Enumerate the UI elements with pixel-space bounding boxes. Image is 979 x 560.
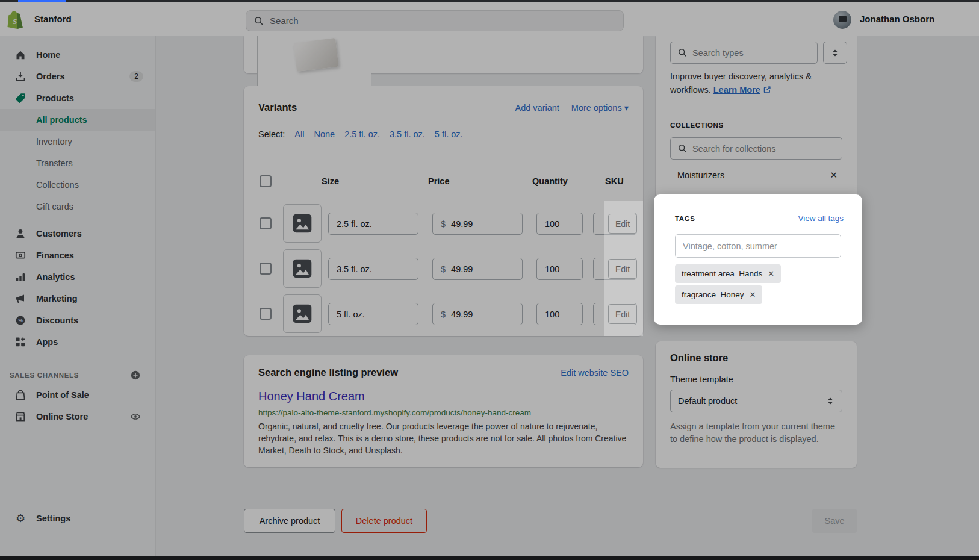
theme-template-description: Assign a template from your current them… <box>670 420 842 446</box>
save-button[interactable]: Save <box>812 509 857 533</box>
sidebar-item-marketing[interactable]: Marketing <box>0 288 155 310</box>
archive-product-button[interactable]: Archive product <box>244 509 335 533</box>
browser-bottom-edge <box>0 556 979 560</box>
top-bar: S Stanford Jonathan Osborn <box>0 2 979 36</box>
variants-card: Variants Add variant More options ▾ Sele… <box>244 86 643 336</box>
variant-size-field[interactable]: 5 fl. oz. <box>328 303 418 325</box>
tag-pill: fragrance_Honey ✕ <box>675 285 762 304</box>
variant-row: 2.5 fl. oz. $49.99 100 Edit <box>244 201 643 246</box>
preview-eye-icon[interactable] <box>130 411 141 422</box>
user-name[interactable]: Jonathan Osborn <box>860 14 934 24</box>
select-none-link[interactable]: None <box>314 129 335 139</box>
variant-quantity-field[interactable]: 100 <box>536 258 583 280</box>
select-label: Select: <box>258 129 285 139</box>
search-icon <box>253 16 264 26</box>
column-size: Size <box>322 176 339 186</box>
discounts-icon: % <box>14 314 26 326</box>
global-search[interactable] <box>246 10 624 31</box>
settings-gear-icon: ⚙ <box>14 512 26 524</box>
analytics-icon <box>14 271 26 283</box>
select-size-3-link[interactable]: 5 fl. oz. <box>435 129 463 139</box>
sidebar-item-all-products[interactable]: All products <box>0 109 155 131</box>
delete-product-button[interactable]: Delete product <box>341 509 427 533</box>
view-all-tags-link[interactable]: View all tags <box>798 214 844 223</box>
svg-text:S: S <box>13 17 17 26</box>
remove-tag-icon[interactable]: ✕ <box>750 290 756 299</box>
seo-page-title[interactable]: Honey Hand Cream <box>258 390 365 403</box>
sidebar-item-settings[interactable]: ⚙ Settings <box>0 508 155 529</box>
online-store-title: Online store <box>670 352 728 364</box>
collections-search[interactable] <box>670 137 842 160</box>
variant-row: 5 fl. oz. $49.99 100 Edit <box>244 291 643 336</box>
theme-template-select[interactable]: Default product <box>670 390 842 412</box>
column-sku: SKU <box>605 176 624 186</box>
seo-page-url: https://palo-alto-theme-stanford.myshopi… <box>258 408 531 417</box>
select-all-link[interactable]: All <box>294 129 304 139</box>
tags-input-wrap[interactable] <box>675 234 841 258</box>
add-sales-channel-icon[interactable] <box>130 370 141 381</box>
variant-checkbox[interactable] <box>260 263 272 275</box>
sidebar-item-apps[interactable]: Apps <box>0 331 155 353</box>
product-type-stepper[interactable] <box>823 42 847 64</box>
search-icon <box>677 48 688 58</box>
variant-checkbox[interactable] <box>260 308 272 320</box>
collection-item-row: Moisturizers ✕ <box>656 166 857 187</box>
collections-header: COLLECTIONS <box>670 122 724 129</box>
sidebar-item-collections[interactable]: Collections <box>0 174 155 196</box>
variant-size-field[interactable]: 3.5 fl. oz. <box>328 258 418 280</box>
select-all-checkbox[interactable] <box>260 175 272 187</box>
shopify-logo-icon[interactable]: S <box>7 9 26 31</box>
variant-price-field[interactable]: $49.99 <box>432 258 523 280</box>
column-quantity: Quantity <box>532 176 568 186</box>
sidebar-item-home[interactable]: Home <box>0 44 155 66</box>
select-size-1-link[interactable]: 2.5 fl. oz. <box>344 129 380 139</box>
seo-preview-card: Search engine listing preview Edit websi… <box>244 355 643 467</box>
sidebar-item-point-of-sale[interactable]: Point of Sale <box>0 384 155 406</box>
variant-quantity-field[interactable]: 100 <box>536 213 583 235</box>
variant-price-field[interactable]: $49.99 <box>432 213 523 235</box>
edit-website-seo-link[interactable]: Edit website SEO <box>561 368 629 378</box>
global-search-input[interactable] <box>270 16 616 26</box>
product-images-card <box>244 36 643 73</box>
sidebar-item-finances[interactable]: Finances <box>0 244 155 266</box>
column-price: Price <box>428 176 449 186</box>
variant-edit-button[interactable]: Edit <box>608 214 637 234</box>
variants-title: Variants <box>258 102 297 113</box>
sidebar-item-gift-cards[interactable]: Gift cards <box>0 196 155 217</box>
variant-checkbox[interactable] <box>260 217 272 229</box>
online-store-card: Online store Theme template Default prod… <box>656 341 857 468</box>
image-icon <box>292 258 312 279</box>
tags-input[interactable] <box>683 241 833 251</box>
sidebar-item-inventory[interactable]: Inventory <box>0 131 155 152</box>
remove-tag-icon[interactable]: ✕ <box>768 269 774 278</box>
remove-collection-icon[interactable]: ✕ <box>830 170 838 181</box>
variant-image-placeholder[interactable] <box>283 249 322 288</box>
variant-image-placeholder[interactable] <box>283 294 322 333</box>
collections-search-input[interactable] <box>692 144 835 154</box>
sidebar-item-discounts[interactable]: % Discounts <box>0 310 155 331</box>
select-size-2-link[interactable]: 3.5 fl. oz. <box>390 129 425 139</box>
online-store-icon <box>14 411 26 423</box>
variant-edit-button[interactable]: Edit <box>608 259 637 279</box>
sidebar-item-orders[interactable]: Orders 2 <box>0 66 155 87</box>
user-avatar[interactable] <box>833 11 851 29</box>
variant-quantity-field[interactable]: 100 <box>536 303 583 325</box>
product-type-search[interactable] <box>670 42 818 64</box>
variant-size-field[interactable]: 2.5 fl. oz. <box>328 213 418 235</box>
sidebar-item-analytics[interactable]: Analytics <box>0 266 155 288</box>
variant-price-field[interactable]: $49.99 <box>432 303 523 325</box>
variant-image-placeholder[interactable] <box>283 204 322 243</box>
sidebar-item-transfers[interactable]: Transfers <box>0 152 155 174</box>
sidebar-item-products[interactable]: Products <box>0 87 155 109</box>
add-variant-link[interactable]: Add variant <box>515 103 559 113</box>
apps-grid-icon <box>14 336 26 348</box>
variant-edit-button[interactable]: Edit <box>608 304 637 324</box>
theme-template-label: Theme template <box>670 375 733 384</box>
store-name: Stanford <box>34 14 72 24</box>
learn-more-link[interactable]: Learn More <box>713 85 760 95</box>
more-options-link[interactable]: More options ▾ <box>571 103 629 113</box>
sidebar-item-customers[interactable]: Customers <box>0 223 155 244</box>
product-type-input[interactable] <box>692 48 810 58</box>
point-of-sale-bag-icon <box>14 389 26 401</box>
sidebar-item-online-store[interactable]: Online Store <box>0 406 155 428</box>
